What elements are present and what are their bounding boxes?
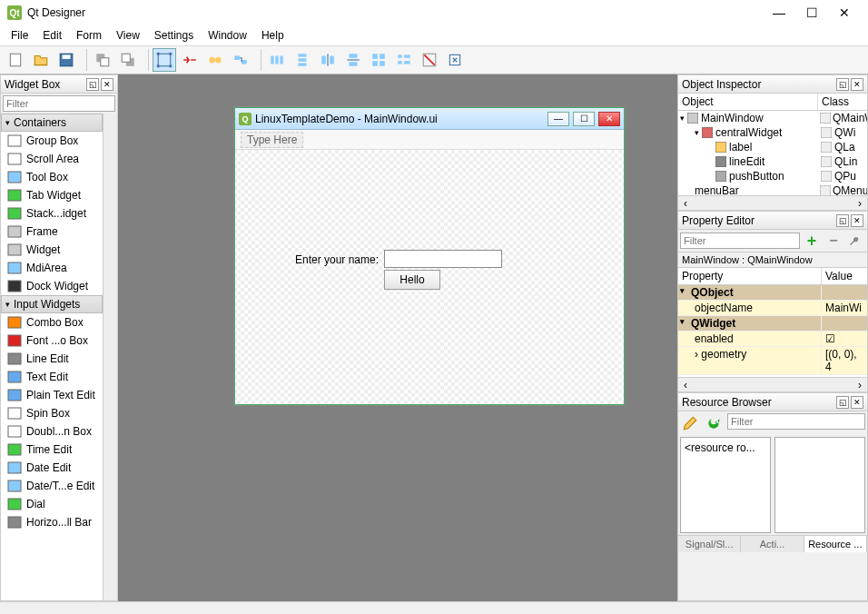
- widget-item[interactable]: Dock Widget: [1, 277, 103, 295]
- widget-item[interactable]: Combo Box: [1, 313, 103, 332]
- menu-window[interactable]: Window: [201, 27, 254, 44]
- close-button[interactable]: ✕: [828, 2, 861, 24]
- property-editor-close-button[interactable]: ✕: [851, 214, 863, 227]
- send-back-button[interactable]: [91, 48, 114, 72]
- property-remove-button[interactable]: −: [824, 232, 843, 250]
- property-config-button[interactable]: [845, 232, 865, 250]
- widget-item[interactable]: Frame: [1, 223, 103, 241]
- property-table[interactable]: Property Value QObjectobjectNameMainWiQW…: [678, 268, 867, 377]
- design-close-button[interactable]: ✕: [598, 112, 620, 126]
- menu-file[interactable]: File: [4, 27, 35, 44]
- menu-help[interactable]: Help: [254, 27, 291, 44]
- design-line-edit[interactable]: [384, 250, 502, 268]
- adjust-size-button[interactable]: [443, 48, 467, 72]
- resource-browser-float-button[interactable]: ◱: [836, 396, 849, 409]
- object-inspector-close-button[interactable]: ✕: [851, 78, 863, 91]
- widget-item[interactable]: Widget: [1, 241, 103, 259]
- widget-box-close-button[interactable]: ✕: [101, 78, 113, 91]
- property-add-button[interactable]: +: [802, 232, 822, 250]
- value-column-header[interactable]: Value: [822, 268, 867, 284]
- tab-resource[interactable]: Resource ...: [804, 536, 867, 552]
- object-tree[interactable]: Object Class ▾MainWindowQMainWin▾central…: [678, 94, 867, 195]
- break-layout-button[interactable]: [418, 48, 441, 72]
- widget-item[interactable]: MdiArea: [1, 259, 103, 277]
- design-window[interactable]: Q LinuxTemplateDemo - MainWindow.ui — ☐ …: [234, 107, 625, 405]
- design-window-titlebar[interactable]: Q LinuxTemplateDemo - MainWindow.ui — ☐ …: [235, 108, 624, 130]
- design-menubar[interactable]: Type Here: [235, 130, 624, 150]
- bring-front-button[interactable]: [116, 48, 140, 72]
- new-form-button[interactable]: [4, 48, 27, 72]
- edit-signals-button[interactable]: [178, 48, 202, 72]
- widget-group-containers[interactable]: ▾Containers: [1, 114, 103, 132]
- widget-item[interactable]: Plain Text Edit: [1, 386, 103, 404]
- widget-item[interactable]: Doubl...n Box: [1, 422, 103, 441]
- property-row[interactable]: objectNameMainWi: [678, 301, 867, 316]
- resource-tree-pane[interactable]: <resource ro...: [680, 437, 771, 533]
- edit-widgets-button[interactable]: [153, 48, 176, 72]
- object-tree-row[interactable]: lineEditQLin: [678, 154, 867, 169]
- menu-view[interactable]: View: [109, 27, 147, 44]
- widget-box-float-button[interactable]: ◱: [86, 78, 99, 91]
- widget-item[interactable]: Dial: [1, 495, 103, 513]
- object-tree-row[interactable]: menuBarQMenuB: [678, 183, 867, 195]
- layout-vertical-button[interactable]: [291, 48, 314, 72]
- object-tree-row[interactable]: ▾centralWidgetQWi: [678, 125, 867, 140]
- widget-item[interactable]: Spin Box: [1, 404, 103, 422]
- layout-horizontal-splitter-button[interactable]: [316, 48, 340, 72]
- widget-item[interactable]: Text Edit: [1, 368, 103, 386]
- property-editor-float-button[interactable]: ◱: [836, 214, 849, 227]
- property-filter-input[interactable]: [680, 233, 800, 249]
- menu-settings[interactable]: Settings: [147, 27, 201, 44]
- open-button[interactable]: [29, 48, 53, 72]
- widget-group-input-widgets[interactable]: ▾Input Widgets: [1, 295, 103, 313]
- widget-item[interactable]: Tool Box: [1, 168, 103, 186]
- tab-signal-slot[interactable]: Signal/Sl...: [678, 536, 741, 552]
- design-maximize-button[interactable]: ☐: [573, 112, 595, 126]
- widget-item[interactable]: Horizo...ll Bar: [1, 513, 103, 531]
- menu-edit[interactable]: Edit: [35, 27, 69, 44]
- design-minimize-button[interactable]: —: [547, 112, 569, 126]
- tab-action[interactable]: Acti...: [741, 536, 804, 552]
- widget-item[interactable]: Date/T...e Edit: [1, 477, 103, 495]
- design-menu-placeholder[interactable]: Type Here: [241, 132, 303, 148]
- resource-preview-pane[interactable]: [774, 437, 865, 533]
- resource-filter-input[interactable]: [727, 413, 865, 430]
- layout-vertical-splitter-button[interactable]: [341, 48, 365, 72]
- object-inspector-scrollbar[interactable]: ‹›: [678, 195, 867, 210]
- property-row[interactable]: › geometry[(0, 0), 4: [678, 347, 867, 375]
- property-editor-scrollbar[interactable]: ‹›: [678, 377, 867, 391]
- resource-edit-button[interactable]: [680, 413, 700, 433]
- design-canvas-area[interactable]: Q LinuxTemplateDemo - MainWindow.ui — ☐ …: [118, 74, 677, 601]
- widget-item[interactable]: Scroll Area: [1, 150, 103, 168]
- widget-box-list[interactable]: ▾Containers Group BoxScroll AreaTool Box…: [1, 114, 103, 600]
- layout-form-button[interactable]: [392, 48, 416, 72]
- class-column-header[interactable]: Class: [818, 94, 867, 110]
- widget-item[interactable]: Time Edit: [1, 441, 103, 459]
- object-column-header[interactable]: Object: [678, 94, 818, 110]
- object-tree-row[interactable]: labelQLa: [678, 140, 867, 154]
- save-button[interactable]: [54, 48, 78, 72]
- widget-box-scrollbar[interactable]: [103, 114, 117, 600]
- property-column-header[interactable]: Property: [678, 268, 822, 284]
- property-row[interactable]: QWidget: [678, 316, 867, 332]
- object-tree-row[interactable]: ▾MainWindowQMainWin: [678, 111, 867, 125]
- object-tree-row[interactable]: pushButtonQPu: [678, 169, 867, 183]
- design-form-canvas[interactable]: Enter your name: Hello: [235, 150, 624, 404]
- design-push-button[interactable]: Hello: [384, 270, 440, 290]
- resource-browser-close-button[interactable]: ✕: [851, 396, 863, 409]
- layout-horizontal-button[interactable]: [265, 48, 289, 72]
- widget-item[interactable]: Line Edit: [1, 350, 103, 368]
- widget-item[interactable]: Tab Widget: [1, 186, 103, 204]
- object-inspector-float-button[interactable]: ◱: [836, 78, 849, 91]
- widget-item[interactable]: Font ...o Box: [1, 332, 103, 350]
- layout-grid-button[interactable]: [367, 48, 390, 72]
- resource-reload-button[interactable]: [704, 413, 724, 433]
- widget-item[interactable]: Group Box: [1, 132, 103, 150]
- minimize-button[interactable]: —: [763, 2, 795, 24]
- widget-item[interactable]: Stack...idget: [1, 204, 103, 223]
- design-label[interactable]: Enter your name:: [295, 253, 379, 266]
- property-row[interactable]: QObject: [678, 285, 867, 301]
- menu-form[interactable]: Form: [69, 27, 109, 44]
- property-row[interactable]: enabled☑: [678, 332, 867, 347]
- maximize-button[interactable]: ☐: [795, 2, 828, 24]
